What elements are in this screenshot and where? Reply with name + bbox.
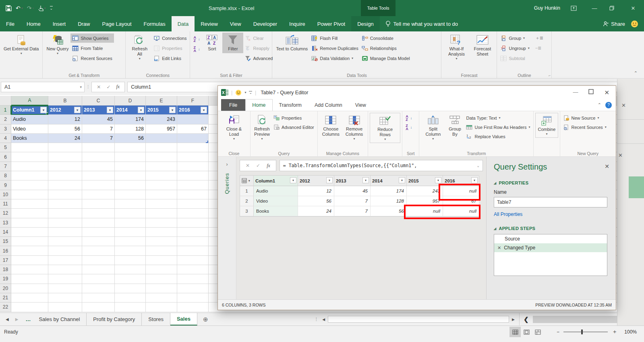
cell[interactable]: [11, 256, 48, 265]
tab-draw[interactable]: Draw: [72, 16, 96, 31]
edit-links-button[interactable]: Edit Links: [152, 54, 188, 63]
sheet-tab-stores[interactable]: Stores: [142, 313, 170, 325]
zoom-slider-thumb[interactable]: [581, 330, 583, 334]
cell[interactable]: [177, 256, 209, 265]
from-table-button[interactable]: From Table: [70, 44, 114, 53]
qe-formula-expand-icon[interactable]: ⌄: [477, 164, 479, 168]
outline-dialog-launcher-icon[interactable]: ⌐: [549, 73, 551, 77]
row-header-5[interactable]: 5: [0, 143, 11, 152]
qe-collapse-ribbon-icon[interactable]: ⌃: [598, 102, 601, 108]
qe-maximize-icon[interactable]: [588, 89, 594, 96]
filter-dropdown-icon[interactable]: ▾: [201, 107, 207, 113]
qe-cell[interactable]: 174: [371, 186, 407, 196]
sheet-tab-sales-by-channel[interactable]: Sales by Channel: [32, 313, 87, 325]
reapply-filter-button[interactable]: Reapply: [243, 44, 274, 53]
cell[interactable]: [82, 199, 115, 209]
collapse-ribbon-icon[interactable]: ⌃: [634, 70, 638, 76]
cell[interactable]: [146, 209, 177, 218]
cell[interactable]: [11, 171, 48, 180]
cell-header-2012[interactable]: 2012▾: [48, 106, 82, 115]
cell[interactable]: [11, 246, 48, 255]
tab-formulas[interactable]: Formulas: [138, 16, 172, 31]
sheet-nav-prev-icon[interactable]: ◀: [6, 317, 9, 321]
horizontal-scrollbar[interactable]: ◀ ▶: [320, 313, 519, 325]
new-source-button[interactable]: New Source▾: [562, 114, 608, 122]
enter-icon[interactable]: ✓: [106, 84, 110, 90]
redo-button[interactable]: ↷▾: [27, 5, 34, 11]
cell[interactable]: 7: [82, 124, 115, 134]
manage-data-model-button[interactable]: Manage Data Model: [360, 54, 412, 63]
cell[interactable]: 128: [115, 124, 146, 134]
sheet-tab-sales[interactable]: Sales: [170, 313, 197, 325]
cell[interactable]: [48, 171, 82, 180]
subtotal-button[interactable]: Subtotal: [499, 54, 531, 63]
cell[interactable]: [11, 190, 48, 199]
group-by-button[interactable]: Group By: [445, 113, 464, 139]
qe-cell[interactable]: 56: [298, 196, 334, 206]
recent-sources-button[interactable]: Recent Sources: [70, 54, 114, 63]
cell[interactable]: [115, 284, 146, 293]
table-resize-handle[interactable]: [206, 141, 208, 143]
split-column-button[interactable]: Split Column▾: [421, 113, 445, 142]
zoom-in-icon[interactable]: ＋: [612, 328, 617, 336]
cell-header-2015[interactable]: 2015▾: [146, 106, 177, 115]
qe-filter-dropdown-icon[interactable]: ▾: [326, 177, 333, 183]
cell[interactable]: [177, 293, 209, 303]
row-header-12[interactable]: 12: [0, 209, 11, 218]
cell[interactable]: [48, 293, 82, 303]
tab-page-layout[interactable]: Page Layout: [96, 16, 138, 31]
tell-me-box[interactable]: Tell me what you want to do: [380, 16, 464, 31]
cell[interactable]: [177, 115, 209, 124]
page-break-view-icon[interactable]: [532, 327, 543, 337]
cell[interactable]: [146, 228, 177, 237]
pane-scroll-left-icon[interactable]: ❮: [520, 316, 533, 323]
qe-tab-add-column[interactable]: Add Column: [308, 99, 349, 111]
cell[interactable]: 67: [177, 124, 209, 134]
cell[interactable]: [146, 256, 177, 265]
cell[interactable]: [177, 209, 209, 218]
show-queries-button[interactable]: Show Queries: [70, 33, 114, 43]
filter-dropdown-icon[interactable]: ▾: [40, 107, 47, 113]
feedback-smiley-icon[interactable]: [631, 20, 638, 28]
qe-table-menu-corner[interactable]: ▾: [240, 176, 254, 186]
cell[interactable]: [177, 284, 209, 293]
cell[interactable]: [115, 199, 146, 209]
column-header-A[interactable]: A: [11, 96, 48, 106]
queries-pane-collapsed[interactable]: › Queries: [218, 157, 236, 299]
cell-header-2013[interactable]: 2013▾: [82, 106, 115, 115]
select-all-corner[interactable]: [0, 96, 11, 106]
row-header-3[interactable]: 3: [0, 124, 11, 134]
qe-column-header-Column1[interactable]: Column1▾: [254, 176, 298, 186]
normal-view-icon[interactable]: [509, 327, 521, 337]
cell[interactable]: [115, 171, 146, 180]
cell[interactable]: [115, 209, 146, 218]
new-query-button[interactable]: New Query▾: [44, 33, 70, 57]
share-button[interactable]: Share: [603, 21, 625, 27]
restore-button[interactable]: [609, 6, 618, 10]
qe-tab-transform[interactable]: Transform: [273, 99, 309, 111]
cell[interactable]: [177, 190, 209, 199]
cell[interactable]: [11, 284, 48, 293]
cell[interactable]: Video: [11, 124, 48, 134]
minimize-button[interactable]: —: [590, 5, 599, 11]
cell[interactable]: [177, 180, 209, 190]
namebox-splitter[interactable]: ⁞: [85, 84, 91, 90]
qe-formula-input[interactable]: = Table.TransformColumnTypes(Source,{{"C…: [280, 160, 483, 171]
cell[interactable]: [115, 162, 146, 171]
tab-view[interactable]: View: [224, 16, 247, 31]
column-header-B[interactable]: B: [48, 96, 82, 106]
applied-steps-section-header[interactable]: ◢APPLIED STEPS: [494, 226, 609, 231]
row-header-1[interactable]: 1: [0, 106, 11, 115]
cell[interactable]: [11, 228, 48, 237]
cell[interactable]: [48, 143, 82, 152]
insert-function-icon[interactable]: fx: [116, 84, 120, 90]
zoom-out-icon[interactable]: −: [557, 329, 559, 335]
cell[interactable]: [11, 209, 48, 218]
cell[interactable]: [146, 265, 177, 274]
page-layout-view-icon[interactable]: [521, 327, 532, 337]
qe-column-header-2016[interactable]: 2016▾: [443, 176, 479, 186]
hide-detail-icon[interactable]: −≣: [534, 44, 545, 53]
sheet-tab-overflow[interactable]: …: [24, 313, 32, 325]
replace-values-button[interactable]: 12 Replace Values: [464, 132, 532, 141]
user-name[interactable]: Guy Hunkin: [534, 5, 560, 11]
